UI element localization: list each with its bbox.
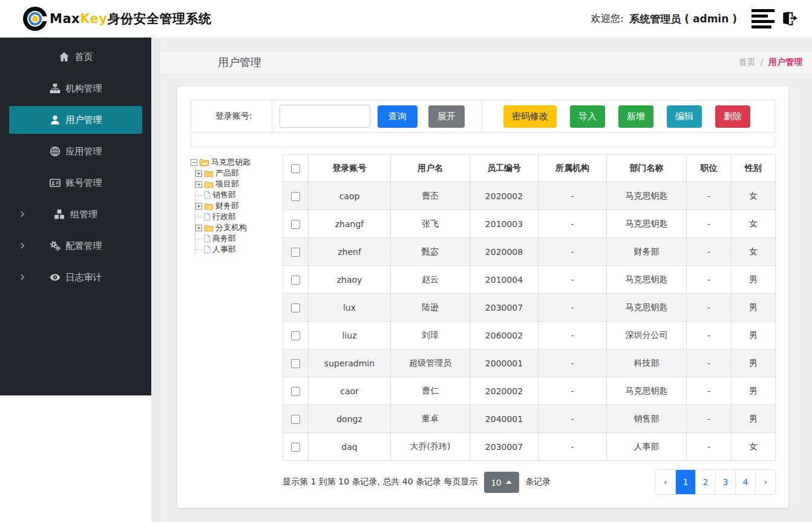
select-all-checkbox[interactable] (291, 164, 300, 173)
login-account-label: 登录账号: (215, 111, 252, 122)
tree-node[interactable]: +项目部 (195, 179, 281, 190)
row-select-cell (283, 377, 309, 405)
tree-node[interactable]: 商务部 (195, 233, 281, 244)
row-checkbox[interactable] (291, 359, 300, 368)
action-button-warning-密码修改[interactable]: 密码修改 (503, 105, 557, 128)
row-checkbox[interactable] (291, 192, 300, 201)
tree-node[interactable]: +分支机构 (195, 222, 281, 233)
chevron-right-icon (19, 274, 25, 280)
tree-expand-toggle[interactable]: + (195, 181, 202, 188)
table-cell: liuz (309, 322, 391, 349)
pager-next[interactable]: › (755, 470, 775, 494)
row-checkbox[interactable] (291, 220, 300, 229)
user-management-card: 登录账号: 查询 展开 密码修改导入新增编辑删除 − 马克思钥匙 +产品部+项目 (177, 87, 788, 508)
page-title: 用户管理 (218, 55, 261, 70)
table-cell: 科技部 (607, 349, 687, 377)
brand: MaxKey身份安全管理系统 (23, 7, 211, 31)
header-cell: 登录账号 (309, 155, 391, 182)
tree-node[interactable]: 销售部 (195, 190, 281, 200)
sidebar-item-audit[interactable]: 日志审计 (9, 262, 142, 293)
page-size-select[interactable]: 10 (484, 472, 520, 493)
row-select-cell (283, 405, 309, 433)
tree-node-label: 产品部 (215, 168, 239, 179)
tree-expand-toggle[interactable]: + (195, 225, 202, 231)
tree-expand-toggle[interactable]: + (195, 170, 202, 177)
search-toolbar: 登录账号: 查询 展开 密码修改导入新增编辑删除 (191, 100, 775, 133)
logout-icon[interactable] (781, 10, 799, 27)
pager: ‹1234› (655, 469, 776, 495)
sidebar-item-label: 首页 (75, 51, 93, 63)
row-checkbox[interactable] (291, 248, 300, 257)
pagination-bar: 显示第 1 到第 10 条记录, 总共 40 条记录 每页显示 10 条记录 ‹… (283, 469, 776, 495)
table-cell: 2000001 (470, 349, 539, 377)
sidebar-item-group[interactable]: 组管理 (9, 199, 142, 230)
sidebar-item-label: 应用管理 (66, 146, 102, 157)
tree-node-root[interactable]: − 马克思钥匙 (191, 157, 281, 168)
table-cell: 男 (732, 266, 776, 294)
table-cell: 2030007 (470, 433, 539, 461)
table-cell: - (687, 322, 732, 349)
tree-collapse-toggle[interactable]: − (191, 159, 197, 166)
sidebar-item-user[interactable]: 用户管理 (9, 106, 142, 134)
table-row[interactable]: daq大乔(乔玮)2030007-人事部-女 (283, 433, 776, 461)
table-cell: 销售部 (607, 405, 687, 433)
query-button[interactable]: 查询 (378, 105, 417, 128)
sidebar-item-app[interactable]: 应用管理 (9, 136, 142, 167)
row-checkbox[interactable] (291, 415, 300, 424)
tree-connector (195, 249, 202, 250)
tree-node[interactable]: +财务部 (195, 200, 281, 211)
tree-node-label: 财务部 (215, 200, 239, 211)
row-checkbox[interactable] (291, 276, 300, 285)
idcard-icon (50, 177, 61, 188)
sidebar-item-account[interactable]: 账号管理 (9, 167, 142, 199)
row-checkbox[interactable] (291, 443, 300, 452)
table-row[interactable]: dongz董卓2040001-销售部-男 (283, 405, 776, 433)
tree-node[interactable]: 行政部 (195, 211, 281, 222)
header-cell: 员工编号 (470, 155, 539, 182)
folder-open-icon (199, 158, 209, 167)
breadcrumb-home-link[interactable]: 首页 (738, 57, 755, 67)
row-select-cell (283, 433, 309, 461)
row-checkbox[interactable] (291, 303, 300, 312)
tree-node[interactable]: +产品部 (195, 168, 281, 179)
pager-page-2[interactable]: 2 (695, 470, 715, 494)
sidebar-item-home[interactable]: 首页 (9, 41, 142, 73)
action-button-info-编辑[interactable]: 编辑 (667, 105, 702, 128)
sidebar-item-org[interactable]: 机构管理 (9, 73, 142, 104)
table-row[interactable]: caor曹仁2020002-马克思钥匙-男 (283, 377, 776, 405)
menu-bars-icon[interactable] (751, 9, 774, 28)
table-cell: - (687, 294, 732, 322)
action-button-danger-删除[interactable]: 删除 (715, 105, 750, 128)
sidebar-item-label: 用户管理 (66, 114, 102, 126)
row-checkbox[interactable] (291, 331, 300, 340)
table-row[interactable]: liuz刘璋2060002-深圳分公司-男 (283, 322, 776, 349)
login-account-input[interactable] (280, 105, 370, 128)
pagination-summary-suffix: 条记录 (525, 477, 551, 487)
table-row[interactable]: caop曹丕2020002-马克思钥匙-女 (283, 182, 776, 210)
pager-prev[interactable]: ‹ (655, 470, 675, 494)
sidebar-item-config[interactable]: 配置管理 (9, 230, 142, 262)
table-cell: 陆逊 (391, 294, 470, 322)
table-row[interactable]: lux陆逊2030007-马克思钥匙-男 (283, 294, 776, 322)
table-cell: caop (309, 182, 391, 210)
pager-page-3[interactable]: 3 (715, 470, 735, 494)
org-tree: − 马克思钥匙 +产品部+项目部销售部+财务部行政部+分支机构商务部人事部 (191, 154, 281, 495)
tree-expand-toggle[interactable]: + (195, 203, 202, 210)
action-button-success-导入[interactable]: 导入 (570, 105, 605, 128)
page-header-strip: 用户管理 首页 / 用户管理 (160, 51, 812, 73)
action-button-success-新增[interactable]: 新增 (618, 105, 653, 128)
pager-page-4[interactable]: 4 (735, 470, 755, 494)
table-row[interactable]: zhangf张飞2010003-马克思钥匙-女 (283, 210, 776, 238)
table-row[interactable]: zhenf甄宓2020008-财务部-女 (283, 238, 776, 266)
table-row[interactable]: superadmin超级管理员2000001-科技部-男 (283, 349, 776, 377)
table-cell: 曹丕 (391, 182, 470, 210)
tree-node[interactable]: 人事部 (195, 244, 281, 255)
top-header: MaxKey身份安全管理系统 欢迎您: 系统管理员 ( admin ) (0, 0, 812, 38)
expand-button[interactable]: 展开 (428, 105, 465, 128)
table-cell: 赵云 (391, 266, 470, 294)
table-cell: 马克思钥匙 (607, 182, 687, 210)
table-cell: - (687, 405, 732, 433)
table-row[interactable]: zhaoy赵云2010004-马克思钥匙-男 (283, 266, 776, 294)
pager-page-1[interactable]: 1 (675, 470, 695, 494)
row-checkbox[interactable] (291, 387, 300, 396)
